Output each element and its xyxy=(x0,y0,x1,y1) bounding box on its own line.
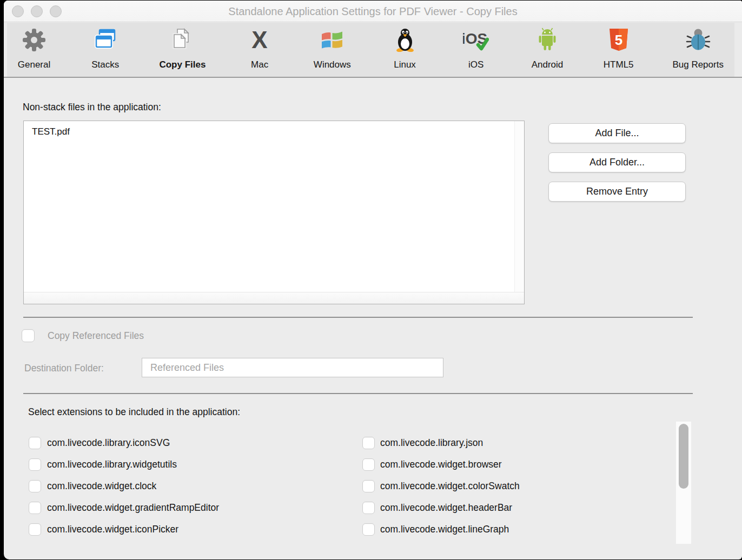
extension-label: com.livecode.library.json xyxy=(380,437,483,449)
extension-row: com.livecode.widget.clock xyxy=(29,480,156,492)
extensions-scrollbar-thumb[interactable] xyxy=(679,424,688,489)
toolbar-item-label: Linux xyxy=(394,59,416,70)
toolbar-item-android[interactable]: Android xyxy=(530,26,565,77)
toolbar-item-label: HTML5 xyxy=(604,59,634,70)
extension-row: com.livecode.library.widgetutils xyxy=(29,458,177,471)
window-title: Standalone Application Settings for PDF … xyxy=(4,1,742,22)
extension-label: com.livecode.library.widgetutils xyxy=(47,459,177,470)
toolbar-item-label: Windows xyxy=(314,59,351,70)
toolbar-item-ios[interactable]: iOS iOS xyxy=(459,26,493,77)
add-folder-button[interactable]: Add Folder... xyxy=(548,152,686,172)
destination-folder-field[interactable] xyxy=(142,358,443,377)
ios-icon: iOS xyxy=(463,26,489,54)
toolbar-item-copy-files[interactable]: Copy Files xyxy=(159,26,206,77)
select-extensions-label: Select extensions to be included in the … xyxy=(28,406,240,418)
copy-files-pane: Non-stack files in the application: TEST… xyxy=(4,78,742,559)
toolbar-item-html5[interactable]: 5 HTML5 xyxy=(601,26,636,77)
extension-label: com.livecode.widget.gradientRampEditor xyxy=(47,502,219,514)
files-list-vertical-scrollbar[interactable] xyxy=(514,121,524,292)
extension-checkbox[interactable] xyxy=(362,437,375,449)
toolbar-item-label: Copy Files xyxy=(159,59,206,70)
extensions-scrollbar-track[interactable] xyxy=(676,422,691,544)
toolbar-band: General Stacks xyxy=(4,23,742,78)
extension-label: com.livecode.widget.headerBar xyxy=(380,502,512,514)
toolbar-item-label: Stacks xyxy=(91,59,119,70)
linux-icon xyxy=(392,26,418,54)
windows-icon xyxy=(319,26,345,54)
extension-checkbox[interactable] xyxy=(29,480,41,492)
extension-row: com.livecode.widget.colorSwatch xyxy=(362,480,520,492)
toolbar-item-mac[interactable]: X Mac xyxy=(242,26,277,77)
html5-icon: 5 xyxy=(606,26,632,54)
toolbar-item-linux[interactable]: Linux xyxy=(388,26,422,77)
extension-label: com.livecode.widget.clock xyxy=(47,481,156,492)
extension-row: com.livecode.widget.browser xyxy=(362,458,502,471)
extension-row: com.livecode.library.json xyxy=(362,437,483,449)
toolbar: General Stacks xyxy=(7,23,734,77)
settings-window: Standalone Application Settings for PDF … xyxy=(4,1,742,559)
toolbar-item-stacks[interactable]: Stacks xyxy=(88,26,123,77)
toolbar-item-label: iOS xyxy=(468,59,483,70)
extension-row: com.livecode.library.iconSVG xyxy=(29,437,170,449)
non-stack-files-label: Non-stack files in the application: xyxy=(23,102,161,113)
copy-files-icon xyxy=(169,26,195,54)
destination-folder-label: Destination Folder: xyxy=(24,363,104,374)
extension-checkbox[interactable] xyxy=(362,458,375,471)
extension-row: com.livecode.widget.lineGraph xyxy=(362,523,509,536)
copy-referenced-files-row: Copy Referenced Files xyxy=(22,329,144,342)
remove-entry-button[interactable]: Remove Entry xyxy=(548,182,686,202)
gear-icon xyxy=(21,26,47,54)
copy-referenced-files-checkbox[interactable] xyxy=(22,329,35,342)
toolbar-item-label: Mac xyxy=(251,59,268,70)
toolbar-item-general[interactable]: General xyxy=(17,26,51,77)
file-row[interactable]: TEST.pdf xyxy=(24,121,524,137)
add-file-button[interactable]: Add File... xyxy=(548,123,686,143)
toolbar-item-label: General xyxy=(18,59,50,70)
files-list[interactable]: TEST.pdf xyxy=(23,121,525,304)
svg-text:5: 5 xyxy=(614,32,622,48)
extension-checkbox[interactable] xyxy=(29,437,41,449)
extension-checkbox[interactable] xyxy=(29,458,41,471)
toolbar-item-label: Bug Reports xyxy=(672,59,724,70)
extension-checkbox[interactable] xyxy=(362,523,375,536)
svg-text:X: X xyxy=(251,27,267,53)
extension-row: com.livecode.widget.headerBar xyxy=(362,502,512,514)
divider xyxy=(23,393,693,394)
titlebar: Standalone Application Settings for PDF … xyxy=(4,1,742,22)
toolbar-item-windows[interactable]: Windows xyxy=(314,26,351,77)
mac-icon: X xyxy=(247,26,273,54)
extension-row: com.livecode.widget.iconPicker xyxy=(29,523,178,536)
extension-checkbox[interactable] xyxy=(29,523,41,536)
extension-label: com.livecode.widget.colorSwatch xyxy=(380,481,520,492)
android-icon xyxy=(534,26,560,54)
extension-label: com.livecode.widget.iconPicker xyxy=(47,524,178,535)
divider xyxy=(23,317,693,318)
copy-referenced-files-label: Copy Referenced Files xyxy=(48,330,144,342)
extension-label: com.livecode.widget.lineGraph xyxy=(380,524,509,535)
extension-checkbox[interactable] xyxy=(29,502,41,514)
extension-checkbox[interactable] xyxy=(362,502,375,514)
stacks-icon xyxy=(92,26,118,54)
extension-label: com.livecode.library.iconSVG xyxy=(47,437,170,449)
toolbar-item-label: Android xyxy=(532,59,564,70)
toolbar-item-bug-reports[interactable]: Bug Reports xyxy=(672,26,724,77)
extension-row: com.livecode.widget.gradientRampEditor xyxy=(29,502,219,514)
files-list-horizontal-scrollbar[interactable] xyxy=(24,292,524,304)
bug-icon xyxy=(685,26,711,54)
extension-label: com.livecode.widget.browser xyxy=(380,459,502,470)
extension-checkbox[interactable] xyxy=(362,480,375,492)
